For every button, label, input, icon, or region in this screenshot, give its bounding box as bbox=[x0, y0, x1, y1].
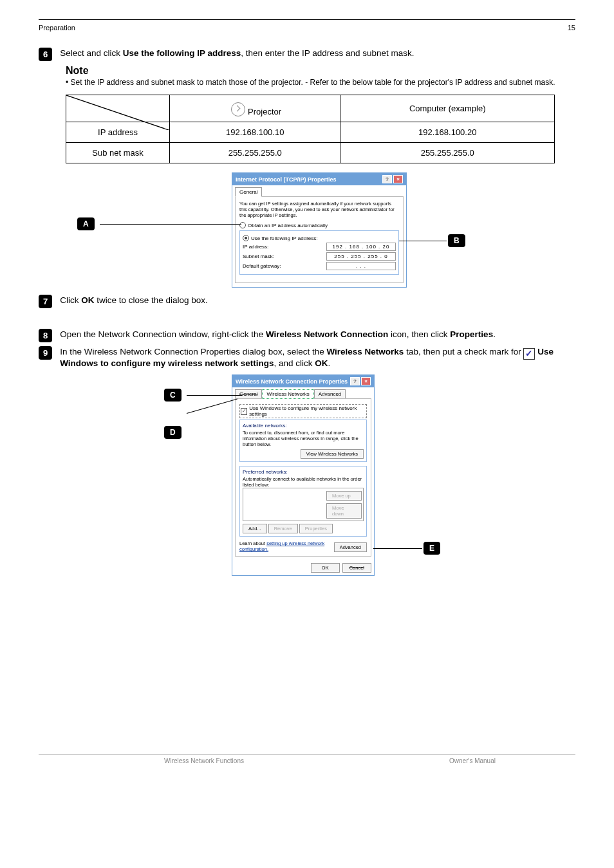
preferred-listbox[interactable] bbox=[243, 488, 325, 521]
step-6-text: Select and click Use the following IP ad… bbox=[60, 48, 575, 59]
properties-button[interactable]: Properties bbox=[299, 524, 333, 533]
callout-c: C bbox=[164, 389, 181, 402]
advanced-button[interactable]: Advanced bbox=[334, 542, 367, 552]
group-preferred: Preferred networks: bbox=[243, 469, 364, 475]
step-8-badge: 8 bbox=[39, 329, 52, 342]
opt-manual-label: Use the following IP address: bbox=[251, 235, 317, 241]
note-body: • Set the IP address and subnet mask to … bbox=[66, 78, 575, 87]
step-6-badge: 6 bbox=[39, 48, 52, 61]
callout-e: E bbox=[423, 542, 440, 555]
footer-left: Wireless Network Functions bbox=[39, 757, 369, 764]
group-available: Available networks: bbox=[243, 423, 364, 429]
add-button[interactable]: Add... bbox=[243, 524, 267, 533]
close-icon[interactable]: × bbox=[393, 175, 403, 183]
step-7-badge: 7 bbox=[39, 295, 52, 308]
row-ip-projector: 192.168.100.10 bbox=[170, 122, 340, 143]
wlan-dialog: Wireless Network Connection Properties ?… bbox=[232, 374, 375, 576]
wlan-checkbox[interactable]: ✓ bbox=[241, 408, 247, 415]
remove-button[interactable]: Remove bbox=[268, 524, 298, 533]
tcpip-desc: You can get IP settings assigned automat… bbox=[239, 201, 399, 218]
wlan-tab-general[interactable]: General bbox=[235, 389, 262, 398]
move-down-button[interactable]: Move down bbox=[326, 503, 362, 519]
opt-auto-label: Obtain an IP address automatically bbox=[248, 223, 328, 228]
table-col-computer: Computer (example) bbox=[340, 95, 555, 122]
ok-button[interactable]: OK bbox=[311, 563, 340, 573]
ip-label: IP address: bbox=[243, 244, 268, 250]
preferred-desc: Automatically connect to available netwo… bbox=[243, 476, 364, 488]
mask-label: Subnet mask: bbox=[243, 254, 274, 259]
row-ip-computer: 192.168.100.20 bbox=[340, 122, 555, 143]
gw-field[interactable]: . . . bbox=[326, 262, 396, 270]
row-ip-label: IP address bbox=[66, 122, 170, 143]
cancel-button[interactable]: Cancel bbox=[342, 563, 371, 573]
callout-b: B bbox=[448, 234, 465, 247]
step-7-text: Click OK twice to close the dialog box. bbox=[60, 295, 575, 306]
header-left: Preparation bbox=[39, 24, 75, 32]
footer-right: Owner's Manual bbox=[369, 757, 575, 764]
note-block: Note • Set the IP address and subnet mas… bbox=[66, 65, 575, 87]
close-icon[interactable]: × bbox=[361, 377, 371, 385]
view-wireless-button[interactable]: View Wireless Networks bbox=[301, 449, 364, 459]
header-right: 15 bbox=[568, 24, 575, 32]
tcpip-tab-general[interactable]: General bbox=[235, 187, 262, 197]
step-9-text: In the Wireless Network Connection Prope… bbox=[60, 346, 575, 369]
check-glyph-icon: ✓ bbox=[523, 348, 535, 360]
step-8-text: Open the Network Connection window, righ… bbox=[60, 329, 575, 340]
wlan-tab-advanced[interactable]: Advanced bbox=[314, 389, 346, 398]
radio-auto[interactable] bbox=[239, 222, 246, 228]
mask-field[interactable]: 255 . 255 . 255 . 0 bbox=[326, 252, 396, 261]
tcpip-title: Internet Protocol (TCP/IP) Properties bbox=[236, 176, 337, 183]
tcpip-dialog: Internet Protocol (TCP/IP) Properties ? … bbox=[232, 172, 407, 288]
wlan-title: Wireless Network Connection Properties bbox=[236, 378, 348, 385]
gw-label: Default gateway: bbox=[243, 263, 281, 269]
table-blank-header bbox=[66, 95, 170, 122]
available-desc: To connect to, disconnect from, or find … bbox=[243, 430, 364, 447]
ip-settings-table: Projector Computer (example) IP address … bbox=[66, 95, 555, 163]
row-mask-label: Sub net mask bbox=[66, 143, 170, 163]
projector-icon bbox=[231, 102, 245, 116]
note-title: Note bbox=[66, 65, 575, 77]
step-9-badge: 9 bbox=[39, 346, 52, 360]
wlan-chk-label: Use Windows to configure my wireless net… bbox=[249, 405, 366, 417]
help-icon[interactable]: ? bbox=[350, 377, 360, 385]
radio-manual[interactable] bbox=[243, 235, 249, 241]
row-mask-projector: 255.255.255.0 bbox=[170, 143, 340, 163]
learn-text: Learn about bbox=[239, 540, 266, 546]
ip-field[interactable]: 192 . 168 . 100 . 20 bbox=[326, 243, 396, 251]
help-icon[interactable]: ? bbox=[382, 175, 392, 183]
table-col-projector: Projector bbox=[170, 95, 340, 122]
callout-d: D bbox=[164, 426, 181, 439]
move-up-button[interactable]: Move up bbox=[326, 491, 362, 501]
wlan-tab-wireless[interactable]: Wireless Networks bbox=[262, 389, 313, 399]
callout-a: A bbox=[77, 217, 95, 230]
row-mask-computer: 255.255.255.0 bbox=[340, 143, 555, 163]
